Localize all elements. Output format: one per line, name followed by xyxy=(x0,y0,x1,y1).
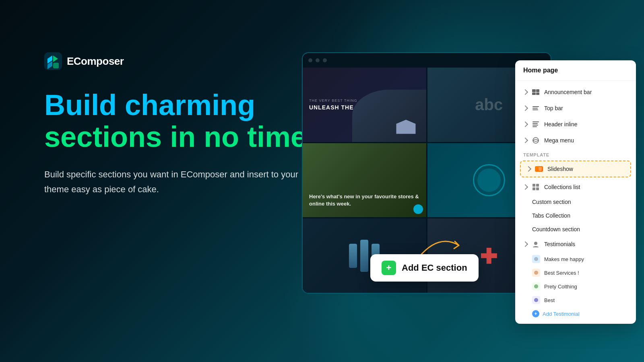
svg-point-8 xyxy=(534,257,538,261)
add-testimonial-icon: + xyxy=(532,310,539,317)
headline-word-time: time xyxy=(247,121,307,153)
panel-body: Announcement bar Top bar xyxy=(515,81,636,324)
add-ec-label: Add EC section xyxy=(402,263,467,273)
card-bike: THE VERY BEST THING UNLEASH THE BEAST xyxy=(303,68,426,142)
svg-point-9 xyxy=(534,271,538,275)
add-ec-button[interactable]: + Add EC section xyxy=(370,254,479,282)
add-ec-plus-icon: + xyxy=(382,261,396,275)
testimonials-icon xyxy=(531,240,540,249)
right-panel: ✦ ✦ THE VERY BEST THING UNLEASH THE BEAS… xyxy=(302,52,644,310)
card-fashion-avatar xyxy=(413,204,423,214)
headline-word-no: no xyxy=(204,121,247,153)
browser-dot-1 xyxy=(308,58,312,62)
medical-cross-icon xyxy=(481,248,497,264)
announcement-icon xyxy=(531,88,540,97)
slideshow-label: Slideshow xyxy=(547,166,625,172)
headline: Build charming sections in no time xyxy=(44,89,318,153)
expand-icon xyxy=(522,184,528,190)
svg-rect-6 xyxy=(536,187,539,190)
panel-item-custom[interactable]: Custom section xyxy=(515,195,636,209)
panel-sub-makes-happy[interactable]: Makes me happy xyxy=(515,252,636,266)
panel-header: Home page xyxy=(515,60,636,81)
circle-inner xyxy=(477,169,501,192)
collections-icon xyxy=(531,183,540,191)
svg-point-10 xyxy=(534,284,538,288)
add-testimonial-label: Add Testimonial xyxy=(543,311,580,317)
announcement-label: Announcement bar xyxy=(544,89,628,95)
svg-point-11 xyxy=(534,298,538,302)
svg-point-2 xyxy=(533,138,539,143)
headline-line2: sections in no time xyxy=(44,121,318,153)
countdown-label: Countdown section xyxy=(532,226,628,232)
header-label: Header inline xyxy=(544,121,628,128)
panel-item-tabs[interactable]: Tabs Collection xyxy=(515,209,636,222)
svg-rect-5 xyxy=(533,187,535,190)
panel-title: Home page xyxy=(523,67,558,74)
logo-area: EComposer xyxy=(44,52,318,70)
collections-label: Collections list xyxy=(544,184,628,190)
card-fashion: Here's what's new in your favourite stor… xyxy=(303,143,426,218)
slideshow-icon xyxy=(535,165,543,173)
headline-word-charming: charming xyxy=(125,89,255,121)
add-testimonial-row[interactable]: + Add Testimonial xyxy=(515,307,636,321)
header-icon xyxy=(531,120,540,129)
circle-decor xyxy=(473,164,505,196)
headline-word-sections: sections xyxy=(44,121,170,153)
best-services-icon xyxy=(532,269,540,277)
expand-icon xyxy=(522,105,528,111)
tabs-label: Tabs Collection xyxy=(532,212,628,219)
prety-colthing-label: Prety Colthing xyxy=(544,284,577,290)
panel-item-topbar[interactable]: Top bar xyxy=(515,100,636,116)
makes-happy-icon xyxy=(532,255,540,263)
topbar-icon xyxy=(531,104,540,113)
side-panel: Home page Announcement bar xyxy=(515,60,636,324)
best-services-label: Best Services ! xyxy=(544,270,579,276)
logo-icon xyxy=(44,52,62,70)
custom-label: Custom section xyxy=(532,199,628,205)
browser-dot-3 xyxy=(323,58,327,62)
expand-icon xyxy=(522,241,528,247)
logo-text: EComposer xyxy=(67,55,124,68)
megamenu-icon xyxy=(531,136,540,145)
testimonials-label: Testimonials xyxy=(544,241,628,247)
bottle-1 xyxy=(349,244,357,268)
bike-shape xyxy=(390,118,422,138)
panel-item-header[interactable]: Header inline xyxy=(515,116,636,132)
megamenu-label: Mega menu xyxy=(544,137,628,144)
panel-item-testimonials[interactable]: Testimonials xyxy=(515,236,636,252)
svg-rect-4 xyxy=(536,184,539,187)
expand-icon xyxy=(522,89,528,95)
svg-rect-1 xyxy=(53,63,59,68)
panel-sub-best[interactable]: Best xyxy=(515,293,636,307)
svg-point-7 xyxy=(534,242,537,245)
subtext: Build specific sections you want in ECom… xyxy=(44,167,318,197)
panel-sub-prety-colthing[interactable]: Prety Colthing xyxy=(515,280,636,293)
template-section-label: TEMPLATE xyxy=(515,148,636,159)
headline-word-in: in xyxy=(170,121,204,153)
panel-item-collections[interactable]: Collections list xyxy=(515,179,636,195)
panel-item-countdown[interactable]: Countdown section xyxy=(515,222,636,236)
left-panel: EComposer Build charming sections in no … xyxy=(44,52,318,197)
card-fashion-label: Here's what's new in your favourite stor… xyxy=(309,193,420,208)
bottle-2 xyxy=(360,240,368,272)
panel-sub-best-services[interactable]: Best Services ! xyxy=(515,266,636,280)
card-fashion-text: Here's what's new in your favourite stor… xyxy=(309,193,420,208)
best-icon xyxy=(532,296,540,304)
browser-dot-2 xyxy=(316,58,320,62)
expand-icon xyxy=(526,166,531,172)
card-text-content: abc xyxy=(475,96,503,114)
panel-item-slideshow[interactable]: Slideshow xyxy=(520,160,631,177)
best-label: Best xyxy=(544,297,555,303)
browser-top-bar xyxy=(303,53,551,68)
expand-icon xyxy=(522,121,528,127)
svg-rect-3 xyxy=(533,184,535,187)
prety-colthing-icon xyxy=(532,282,540,290)
panel-item-megamenu[interactable]: Mega menu xyxy=(515,132,636,148)
expand-icon xyxy=(522,138,528,143)
topbar-label: Top bar xyxy=(544,105,628,111)
headline-word-build: Build xyxy=(44,89,125,121)
card-bike-image xyxy=(352,90,426,142)
makes-happy-label: Makes me happy xyxy=(544,256,584,262)
headline-line1: Build charming xyxy=(44,89,318,121)
panel-item-announcement[interactable]: Announcement bar xyxy=(515,84,636,100)
